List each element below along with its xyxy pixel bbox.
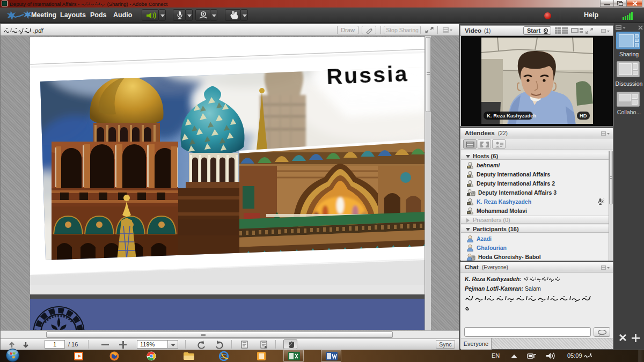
svg-text:K. Reza Kashyzadeh: K. Reza Kashyzadeh (487, 113, 537, 119)
svg-text:HD: HD (580, 113, 587, 119)
svg-text:Russia: Russia (326, 61, 408, 89)
svg-text:.pdf: .pdf (33, 27, 43, 34)
